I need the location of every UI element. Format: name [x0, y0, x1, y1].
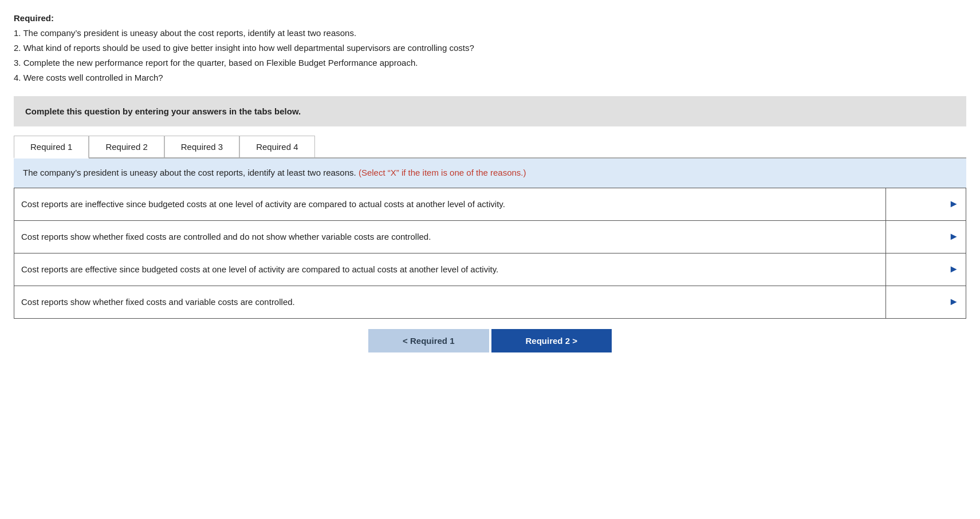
next-arrow-icon: >	[572, 336, 577, 346]
table-row: Cost reports show whether fixed costs ar…	[14, 220, 966, 253]
tab-required-1[interactable]: Required 1	[14, 136, 89, 159]
option-select-4[interactable]: ►	[886, 286, 966, 318]
instruction-bar: Complete this question by entering your …	[14, 96, 966, 126]
option-text-1: Cost reports are ineffective since budge…	[14, 188, 886, 220]
option-text-3: Cost reports are effective since budgete…	[14, 253, 886, 286]
chevron-right-icon-4: ►	[948, 296, 959, 308]
option-text-4: Cost reports show whether fixed costs an…	[14, 286, 886, 318]
table-row: Cost reports show whether fixed costs an…	[14, 286, 966, 318]
required-item-2: 2. What kind of reports should be used t…	[14, 41, 966, 55]
required-section: Required: 1. The company’s president is …	[14, 11, 966, 85]
instruction-text: Complete this question by entering your …	[25, 106, 955, 116]
option-select-1[interactable]: ►	[886, 188, 966, 220]
option-text-2: Cost reports show whether fixed costs ar…	[14, 220, 886, 253]
chevron-right-icon-3: ►	[948, 263, 959, 275]
chevron-right-icon-1: ►	[948, 198, 959, 210]
dropdown-4[interactable]: ►	[893, 292, 959, 312]
nav-buttons: < Required 1 Required 2 >	[14, 329, 966, 364]
prev-arrow-icon: <	[403, 336, 408, 346]
option-select-2[interactable]: ►	[886, 220, 966, 253]
question-text: The company’s president is uneasy about …	[23, 168, 356, 177]
dropdown-1[interactable]: ►	[893, 194, 959, 215]
tab-required-4[interactable]: Required 4	[239, 136, 314, 157]
table-row: Cost reports are effective since budgete…	[14, 253, 966, 286]
tab-content: The company’s president is uneasy about …	[14, 159, 966, 319]
question-instruction: (Select “X” if the item is one of the re…	[359, 168, 526, 177]
tab-required-3[interactable]: Required 3	[164, 136, 239, 157]
next-button-label: Required 2	[526, 336, 570, 346]
next-button[interactable]: Required 2 >	[491, 329, 612, 352]
question-header: The company’s president is uneasy about …	[14, 159, 966, 188]
required-item-3: 3. Complete the new performance report f…	[14, 56, 966, 70]
required-item-1: 1. The company’s president is uneasy abo…	[14, 26, 966, 40]
tab-required-2[interactable]: Required 2	[89, 136, 164, 157]
page-wrapper: Required: 1. The company’s president is …	[0, 0, 980, 364]
chevron-right-icon-2: ►	[948, 231, 959, 243]
option-select-3[interactable]: ►	[886, 253, 966, 286]
tabs-row: Required 1 Required 2 Required 3 Require…	[14, 136, 966, 159]
required-item-4: 4. Were costs well controlled in March?	[14, 71, 966, 85]
prev-button[interactable]: < Required 1	[368, 329, 489, 352]
required-heading: Required:	[14, 11, 966, 25]
options-table: Cost reports are ineffective since budge…	[14, 188, 966, 319]
tabs-area: Required 1 Required 2 Required 3 Require…	[14, 136, 966, 319]
prev-button-label: Required 1	[410, 336, 455, 346]
dropdown-2[interactable]: ►	[893, 227, 959, 247]
table-row: Cost reports are ineffective since budge…	[14, 188, 966, 220]
dropdown-3[interactable]: ►	[893, 259, 959, 280]
